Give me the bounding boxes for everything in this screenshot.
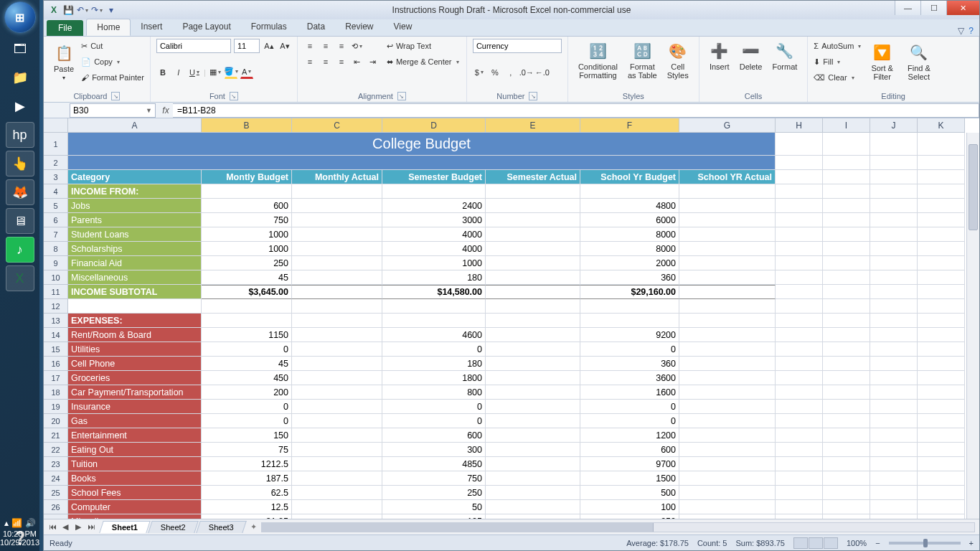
copy-button[interactable]: 📄 Copy [81, 54, 144, 70]
cell[interactable] [776, 385, 823, 400]
column-header[interactable]: A [68, 118, 202, 133]
cell[interactable] [679, 227, 776, 242]
cell[interactable] [486, 385, 580, 400]
cell[interactable]: 4850 [382, 457, 486, 471]
cell[interactable] [202, 184, 292, 199]
cell[interactable]: 200 [202, 385, 292, 400]
cell[interactable]: 800 [382, 385, 486, 400]
cell[interactable] [68, 299, 202, 314]
cell[interactable]: Entertainment [68, 428, 202, 443]
autosum-button[interactable]: Σ AutoSum [814, 38, 861, 54]
taskbar-hp-icon[interactable]: hp [6, 122, 34, 148]
font-color-button[interactable]: A [240, 66, 253, 79]
undo-icon[interactable]: ↶ [77, 4, 88, 16]
border-button[interactable]: ▦ [209, 66, 222, 79]
row-header[interactable]: 8 [44, 242, 68, 256]
row-header[interactable]: 2 [44, 156, 68, 170]
column-title[interactable]: Montly Budget [202, 170, 292, 184]
row-header[interactable]: 11 [44, 285, 68, 299]
cell[interactable] [292, 500, 382, 514]
cell[interactable] [823, 371, 870, 385]
cell[interactable] [823, 285, 870, 299]
row-header[interactable]: 24 [44, 471, 68, 486]
ribbon-tab-insert[interactable]: Insert [131, 19, 172, 36]
cell[interactable] [486, 227, 580, 242]
row-header[interactable]: 26 [44, 500, 68, 514]
cell[interactable] [679, 357, 776, 371]
taskbar-explorer-icon[interactable]: 📁 [6, 65, 34, 90]
column-title[interactable]: Semester Budget [382, 170, 486, 184]
column-title[interactable]: School Yr Budget [580, 170, 679, 184]
cell[interactable]: 500 [580, 486, 679, 500]
title-bar[interactable]: X 💾 ↶ ↷ ▾ Instructions Rough Draft - Mic… [44, 1, 979, 19]
cell[interactable] [823, 184, 870, 199]
cell[interactable] [382, 314, 486, 328]
align-middle-icon[interactable]: ≡ [319, 39, 332, 52]
row-header[interactable]: 17 [44, 371, 68, 385]
cell[interactable] [918, 242, 965, 256]
ribbon-tab-formulas[interactable]: Formulas [241, 19, 297, 36]
row-header[interactable]: 14 [44, 328, 68, 342]
cut-button[interactable]: ✂ Cut [81, 38, 144, 54]
cell[interactable]: 180 [382, 357, 486, 371]
maximize-button[interactable]: ☐ [920, 1, 946, 15]
cell[interactable] [776, 199, 823, 213]
find-select-button[interactable]: 🔍Find & Select [903, 38, 935, 85]
cell[interactable] [918, 371, 965, 385]
row-header[interactable]: 1 [44, 133, 68, 156]
cell[interactable]: 62.5 [202, 486, 292, 500]
cell[interactable] [870, 213, 918, 227]
delete-cells-button[interactable]: ➖Delete [735, 38, 767, 74]
name-box[interactable]: B30▼ [70, 103, 156, 118]
cell[interactable]: 1000 [202, 242, 292, 256]
cell[interactable] [382, 184, 486, 199]
column-header[interactable]: H [776, 118, 823, 133]
column-header[interactable]: I [823, 118, 870, 133]
cell[interactable] [292, 357, 382, 371]
cell[interactable] [823, 342, 870, 357]
cell[interactable]: 600 [202, 199, 292, 213]
close-button[interactable]: ✕ [946, 1, 979, 15]
cell[interactable]: $3,645.00 [202, 285, 292, 299]
cell[interactable] [918, 314, 965, 328]
cell[interactable] [776, 133, 823, 156]
cell[interactable] [870, 400, 918, 414]
cell[interactable] [292, 471, 382, 486]
cell[interactable] [870, 314, 918, 328]
cell[interactable] [679, 299, 776, 314]
increase-font-icon[interactable]: A▴ [263, 39, 275, 52]
cell[interactable] [823, 414, 870, 428]
cell[interactable]: 4000 [382, 242, 486, 256]
cell-styles-button[interactable]: 🎨Cell Styles [663, 38, 693, 83]
cell[interactable] [776, 371, 823, 385]
sheet-tab[interactable]: Sheet3 [196, 521, 246, 533]
system-tray[interactable]: ▴📶🔊 10:28 PM 10/29/2013 [0, 515, 39, 551]
font-size-select[interactable] [234, 39, 260, 53]
cell[interactable] [870, 270, 918, 285]
row-header[interactable]: 5 [44, 199, 68, 213]
format-cells-button[interactable]: 🔧Format [768, 38, 801, 74]
cell[interactable]: 187.5 [202, 471, 292, 486]
cell[interactable] [870, 227, 918, 242]
cell[interactable] [679, 385, 776, 400]
decrease-indent-icon[interactable]: ⇤ [351, 55, 364, 68]
cell[interactable]: 3000 [382, 213, 486, 227]
cell[interactable] [870, 500, 918, 514]
cell[interactable] [823, 270, 870, 285]
cell[interactable] [870, 371, 918, 385]
sheet-nav-next-icon[interactable]: ▶ [72, 522, 84, 532]
row-header[interactable]: 20 [44, 414, 68, 428]
column-title[interactable]: School YR Actual [679, 170, 776, 184]
cell[interactable]: INCOME FROM: [68, 184, 202, 199]
cell[interactable]: Gas [68, 414, 202, 428]
cell[interactable] [679, 443, 776, 457]
cell[interactable] [870, 170, 918, 184]
cell[interactable]: Financial Aid [68, 256, 202, 270]
cell[interactable] [870, 184, 918, 199]
cell[interactable] [776, 227, 823, 242]
cell[interactable] [486, 357, 580, 371]
cell[interactable] [486, 328, 580, 342]
cell[interactable]: 1200 [580, 428, 679, 443]
cell[interactable]: Scholarships [68, 242, 202, 256]
cell[interactable]: 2400 [382, 199, 486, 213]
